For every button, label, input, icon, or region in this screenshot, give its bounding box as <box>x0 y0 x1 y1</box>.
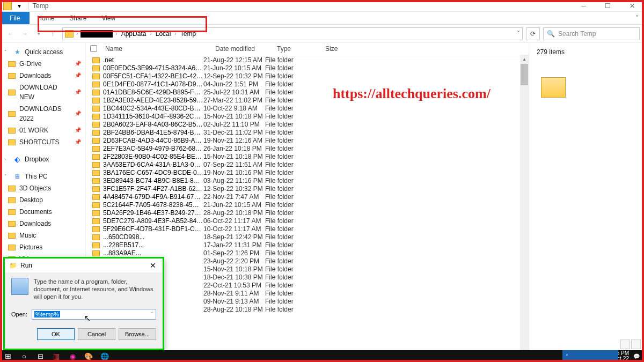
table-row[interactable]: 2D63FCAB-4AD3-44C0-86B9-A72E2B...19-Nov-… <box>86 137 529 145</box>
ok-button[interactable]: OK <box>37 328 75 340</box>
sidebar-item[interactable]: Documents <box>0 206 85 218</box>
table-row[interactable]: 1D341115-3610-4D4F-8936-2CA684C...15-Nov… <box>86 113 529 121</box>
sidebar-item[interactable]: DOWNLOAD NEW📌 <box>0 82 85 103</box>
table-row[interactable]: 4A484574-679D-4F9A-B914-67BEE42...22-Nov… <box>86 193 529 201</box>
sidebar-this-pc[interactable]: ˅ 🖥 This PC <box>0 171 85 182</box>
thumbnails-view-icon[interactable] <box>631 339 641 349</box>
table-row[interactable]: 2B0A6023-EAF8-4A03-86C2-B525B4B...02-Jul… <box>86 121 529 129</box>
file-name: ...650CD998... <box>103 233 203 241</box>
tab-file[interactable]: File <box>0 12 30 24</box>
up-button[interactable]: ↑ <box>46 27 59 40</box>
file-date: 15-Nov-21 10:18 PM <box>203 153 265 161</box>
table-row[interactable]: 00E0EDC5-3E99-4715-8324-A6B6247...21-Jun… <box>86 64 529 72</box>
table-row[interactable]: 5F29E6CF-4D7B-431F-BDF1-C80DF71...10-Oct… <box>86 225 529 233</box>
table-row[interactable]: 3BA176EC-C657-4DC9-BCDE-0F756CF...19-Nov… <box>86 169 529 177</box>
chevron-right-icon[interactable]: › <box>173 31 178 36</box>
chevron-right-icon[interactable]: › <box>4 154 10 164</box>
taskbar-app[interactable]: ◉ <box>64 350 80 362</box>
scroll-thumb[interactable] <box>521 64 528 85</box>
sidebar-item[interactable]: G-Drive📌 <box>0 58 85 70</box>
file-type: File folder <box>265 233 313 241</box>
table-row[interactable]: 3AA53E7D-6CA4-431A-B1A3-083858...07-Sep-… <box>86 161 529 169</box>
file-name: 4A484574-679D-4F9A-B914-67BEE42... <box>103 193 203 201</box>
file-name: .net <box>103 56 203 64</box>
table-row[interactable]: ...228EB517...17-Jan-22 11:31 PMFile fol… <box>86 241 529 249</box>
scroll-up-icon[interactable]: ▲ <box>520 55 529 63</box>
address-bar[interactable]: › › AppData › Local › Temp ˅ <box>62 27 523 40</box>
maximize-button[interactable]: ☐ <box>596 0 620 12</box>
breadcrumb-local[interactable]: Local <box>155 30 172 38</box>
table-row[interactable]: 3FC1E57F-2F47-4F27-A1BB-6283CBF5...12-Se… <box>86 185 529 193</box>
taskbar-app[interactable]: 🎨 <box>80 350 97 362</box>
column-type[interactable]: Type <box>273 45 321 54</box>
table-row[interactable]: 5DA26F29-1B46-4E37-B249-27FF449B...28-Au… <box>86 209 529 217</box>
chevron-right-icon[interactable]: › <box>75 31 79 36</box>
sidebar-item[interactable]: Music <box>0 230 85 241</box>
task-view-icon[interactable]: ⊟ <box>32 350 48 362</box>
sidebar-dropbox[interactable]: › ⬖ Dropbox <box>0 153 85 165</box>
file-date: 02-Jul-22 11:10 PM <box>203 121 265 129</box>
open-input-value: %temp% <box>34 311 60 317</box>
table-row[interactable]: 00F5FC51-CFA1-4322-BE1C-42F33C2B...12-Se… <box>86 72 529 80</box>
table-row[interactable]: 3ED89443-BC74-4B9C-B8E1-8BA3F56...03-Aug… <box>86 177 529 185</box>
search-input[interactable]: 🔍 Search Temp <box>543 27 640 40</box>
scrollbar[interactable]: ▲ <box>520 55 529 352</box>
sidebar-item[interactable]: SHORTCUTS📌 <box>0 136 85 148</box>
sidebar-item[interactable]: 01 WORK📌 <box>0 124 85 136</box>
tray-up-icon[interactable]: ˄ <box>566 353 568 359</box>
dropdown-icon[interactable]: ˅ <box>151 312 153 317</box>
chevron-right-icon[interactable]: › <box>114 31 119 36</box>
chevron-right-icon[interactable]: › <box>148 31 153 36</box>
table-row[interactable]: 1BC440C2-534A-443E-80CD-BAA940E...10-Oct… <box>86 105 529 113</box>
chevron-down-icon[interactable]: ˅ <box>4 172 10 181</box>
folder-icon <box>92 186 100 192</box>
tab-view[interactable]: View <box>94 12 123 24</box>
breadcrumb-temp[interactable]: Temp <box>179 30 197 38</box>
browse-button[interactable]: Browse... <box>119 328 156 340</box>
close-button[interactable]: ✕ <box>620 0 644 12</box>
run-app-icon <box>11 278 28 295</box>
sidebar-item[interactable]: Pictures <box>0 241 85 253</box>
close-button[interactable]: ✕ <box>148 261 158 270</box>
table-row[interactable]: 5C21644F-7A05-4678-8238-45CEE249...21-Ju… <box>86 201 529 209</box>
taskbar-app[interactable]: ▥ <box>48 350 64 362</box>
file-date: 18-Sep-21 12:42 PM <box>203 233 265 241</box>
table-row[interactable]: 2BF24BB6-DBAB-41E5-8794-B411F8C...31-Dec… <box>86 129 529 137</box>
notifications-icon[interactable]: 💬 <box>633 353 640 359</box>
search-icon[interactable]: ○ <box>16 350 32 362</box>
taskbar-app[interactable]: 🌐 <box>97 350 113 362</box>
chevron-down-icon[interactable]: ˅ <box>4 47 10 57</box>
back-button[interactable]: ← <box>4 27 17 40</box>
qat-dropdown-icon[interactable]: ▾ <box>15 2 24 10</box>
open-input[interactable]: %temp% ˅ <box>32 309 156 320</box>
sidebar-item[interactable]: DOWNLOADS 2022📌 <box>0 103 85 124</box>
minimize-button[interactable]: ─ <box>572 0 596 12</box>
sidebar-item[interactable]: Desktop <box>0 194 85 206</box>
table-row[interactable]: ...650CD998...18-Sep-21 12:42 PMFile fol… <box>86 233 529 241</box>
column-size[interactable]: Size <box>321 45 353 54</box>
table-row[interactable]: 5DE7C279-A809-4E3F-AB52-846EB84...06-Oct… <box>86 217 529 225</box>
title-bar: ▾ Temp ─ ☐ ✕ <box>0 0 644 12</box>
tab-share[interactable]: Share <box>62 12 94 24</box>
cancel-button[interactable]: Cancel <box>78 328 115 340</box>
details-view-icon[interactable] <box>620 339 630 349</box>
column-name[interactable]: Name <box>101 45 211 54</box>
table-row[interactable]: 2EF7E3AC-5B49-4979-B762-68BDF6C...26-Jan… <box>86 145 529 153</box>
address-dropdown-icon[interactable]: ˅ <box>517 30 520 38</box>
table-row[interactable]: .net21-Aug-22 12:15 AMFile folder <box>86 56 529 64</box>
table-row[interactable]: 2F22803E-90B0-4C02-85E4-BE994B37...15-No… <box>86 153 529 161</box>
start-button[interactable]: ⊞ <box>0 350 16 362</box>
refresh-button[interactable]: ⟳ <box>526 27 540 40</box>
recent-locations-icon[interactable]: ▾ <box>32 27 45 40</box>
sidebar-item[interactable]: Downloads📌 <box>0 70 85 82</box>
sidebar-item[interactable]: 3D Objects <box>0 182 85 194</box>
select-all-checkbox[interactable] <box>90 45 97 52</box>
sidebar-item[interactable]: Downloads <box>0 218 85 230</box>
forward-button[interactable]: → <box>18 27 31 40</box>
table-row[interactable]: ...883A9AE...01-Sep-22 1:26 PMFile folde… <box>86 249 529 257</box>
column-date[interactable]: Date modified <box>211 45 273 54</box>
tab-home[interactable]: Home <box>30 12 62 24</box>
breadcrumb-appdata[interactable]: AppData <box>120 30 148 38</box>
sidebar-quick-access[interactable]: ˅ ★ Quick access <box>0 46 85 58</box>
ribbon-expand-icon[interactable]: ˅ <box>630 12 644 24</box>
